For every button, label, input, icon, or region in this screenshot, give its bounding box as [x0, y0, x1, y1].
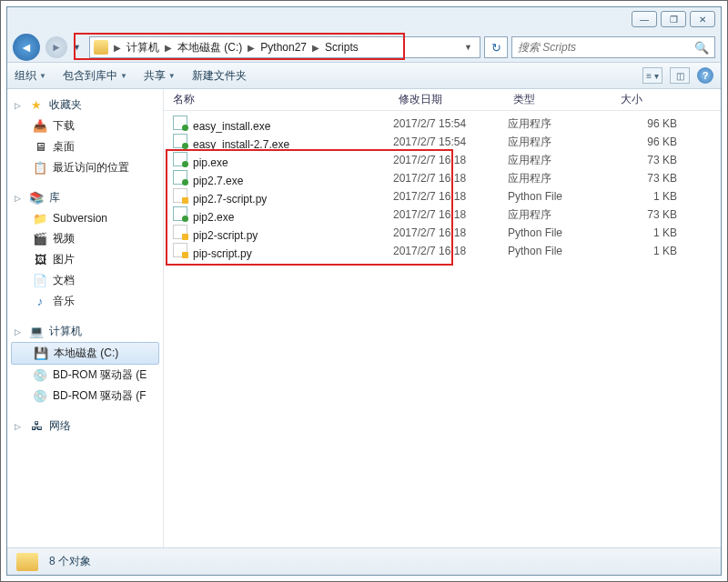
- file-row[interactable]: pip2.7.exe2017/2/7 16:18应用程序73 KB: [164, 169, 721, 187]
- sidebar-network[interactable]: ▷🖧网络: [7, 416, 163, 436]
- column-size[interactable]: 大小: [621, 92, 693, 107]
- status-count: 8 个对象: [49, 554, 91, 569]
- column-headers: 名称 修改日期 类型 大小: [164, 89, 721, 111]
- video-icon: 🎬: [33, 232, 47, 246]
- file-row[interactable]: pip.exe2017/2/7 16:18应用程序73 KB: [164, 151, 721, 169]
- column-type[interactable]: 类型: [513, 92, 621, 107]
- column-date[interactable]: 修改日期: [399, 92, 513, 107]
- desktop-icon: 🖥: [33, 140, 47, 155]
- minimize-button[interactable]: —: [632, 11, 657, 27]
- sidebar-item-desktop[interactable]: 🖥桌面: [7, 136, 163, 157]
- download-icon: 📥: [33, 119, 47, 134]
- sidebar-item-pictures[interactable]: 🖼图片: [7, 249, 163, 270]
- star-icon: ★: [29, 98, 44, 113]
- file-row[interactable]: pip-script.py2017/2/7 16:18Python File1 …: [164, 242, 721, 260]
- documents-icon: 📄: [33, 274, 47, 288]
- file-list: easy_install.exe2017/2/7 15:54应用程序96 KBe…: [164, 111, 721, 260]
- sidebar-item-videos[interactable]: 🎬视频: [7, 228, 163, 249]
- file-row[interactable]: easy_install.exe2017/2/7 15:54应用程序96 KB: [164, 115, 721, 133]
- organize-menu[interactable]: 组织▼: [15, 68, 46, 84]
- exe-icon: [173, 134, 187, 148]
- address-dropdown[interactable]: ▼: [460, 43, 476, 52]
- breadcrumb-sep[interactable]: ▶: [110, 43, 125, 53]
- sidebar-item-music[interactable]: ♪音乐: [7, 291, 163, 312]
- svn-icon: 📁: [33, 211, 47, 226]
- drive-icon: 💾: [34, 346, 48, 361]
- include-menu[interactable]: 包含到库中▼: [63, 68, 127, 84]
- disc-icon: 💿: [33, 368, 47, 383]
- view-options[interactable]: ≡ ▾: [642, 67, 662, 84]
- sidebar: ▷★收藏夹 📥下载 🖥桌面 📋最近访问的位置 ▷📚库 📁Subversion 🎬…: [7, 89, 164, 547]
- exe-icon: [173, 170, 187, 185]
- preview-pane[interactable]: ◫: [670, 67, 690, 84]
- breadcrumb-sep[interactable]: ▶: [161, 43, 176, 53]
- library-icon: 📚: [29, 191, 44, 206]
- maximize-button[interactable]: ❐: [661, 11, 686, 27]
- exe-icon: [173, 115, 187, 130]
- sidebar-item-recent[interactable]: 📋最近访问的位置: [7, 157, 163, 178]
- disc-icon: 💿: [33, 389, 47, 404]
- breadcrumb-scripts[interactable]: Scripts: [323, 41, 360, 54]
- search-icon[interactable]: 🔍: [694, 41, 709, 55]
- back-button[interactable]: ◄: [13, 34, 40, 61]
- sidebar-item-documents[interactable]: 📄文档: [7, 270, 163, 291]
- sidebar-computer[interactable]: ▷💻计算机: [7, 321, 163, 342]
- navbar: ◄ ► ▼ ▶ 计算机 ▶ 本地磁盘 (C:) ▶ Python27 ▶ Scr…: [7, 33, 721, 62]
- breadcrumb-python27[interactable]: Python27: [258, 41, 308, 54]
- exe-icon: [173, 152, 187, 166]
- file-row[interactable]: pip2.7-script.py2017/2/7 16:18Python Fil…: [164, 187, 721, 206]
- exe-icon: [173, 206, 187, 221]
- history-dropdown[interactable]: ▼: [73, 43, 84, 52]
- sidebar-item-bdrom-f[interactable]: 💿BD-ROM 驱动器 (F: [7, 386, 163, 406]
- computer-icon: 💻: [29, 325, 44, 339]
- sidebar-item-bdrom-e[interactable]: 💿BD-ROM 驱动器 (E: [7, 365, 163, 386]
- python-icon: [173, 188, 187, 203]
- breadcrumb-computer[interactable]: 计算机: [125, 40, 161, 55]
- address-bar[interactable]: ▶ 计算机 ▶ 本地磁盘 (C:) ▶ Python27 ▶ Scripts ▼: [89, 36, 480, 58]
- file-row[interactable]: easy_install-2.7.exe2017/2/7 15:54应用程序96…: [164, 133, 721, 151]
- sidebar-item-downloads[interactable]: 📥下载: [7, 115, 163, 136]
- folder-icon: [16, 553, 38, 571]
- forward-button[interactable]: ►: [46, 36, 67, 58]
- recent-icon: 📋: [33, 161, 47, 176]
- network-icon: 🖧: [29, 419, 44, 434]
- breadcrumb-drive[interactable]: 本地磁盘 (C:): [176, 40, 244, 55]
- folder-icon: [94, 40, 108, 55]
- file-pane: 名称 修改日期 类型 大小 easy_install.exe2017/2/7 1…: [164, 89, 721, 547]
- search-input[interactable]: [518, 41, 694, 54]
- python-icon: [173, 243, 187, 257]
- sidebar-item-subversion[interactable]: 📁Subversion: [7, 208, 163, 228]
- music-icon: ♪: [33, 295, 47, 309]
- python-icon: [173, 225, 187, 239]
- toolbar: 组织▼ 包含到库中▼ 共享▼ 新建文件夹 ≡ ▾ ◫ ?: [7, 62, 721, 89]
- help-button[interactable]: ?: [697, 67, 713, 84]
- share-menu[interactable]: 共享▼: [144, 68, 176, 84]
- sidebar-libraries[interactable]: ▷📚库: [7, 187, 163, 208]
- breadcrumb-sep[interactable]: ▶: [244, 43, 258, 53]
- search-box[interactable]: 🔍: [511, 36, 715, 58]
- titlebar: — ❐ ✕: [7, 7, 721, 33]
- pictures-icon: 🖼: [33, 253, 47, 267]
- file-row[interactable]: pip2.exe2017/2/7 16:18应用程序73 KB: [164, 206, 721, 224]
- refresh-button[interactable]: ↻: [484, 36, 508, 58]
- close-button[interactable]: ✕: [690, 11, 715, 27]
- newfolder-button[interactable]: 新建文件夹: [192, 68, 247, 84]
- column-name[interactable]: 名称: [173, 92, 399, 107]
- breadcrumb-sep[interactable]: ▶: [308, 43, 323, 53]
- file-row[interactable]: pip2-script.py2017/2/7 16:18Python File1…: [164, 224, 721, 242]
- sidebar-favorites[interactable]: ▷★收藏夹: [7, 95, 163, 115]
- sidebar-item-drive-c[interactable]: 💾本地磁盘 (C:): [11, 342, 159, 365]
- statusbar: 8 个对象: [7, 547, 721, 575]
